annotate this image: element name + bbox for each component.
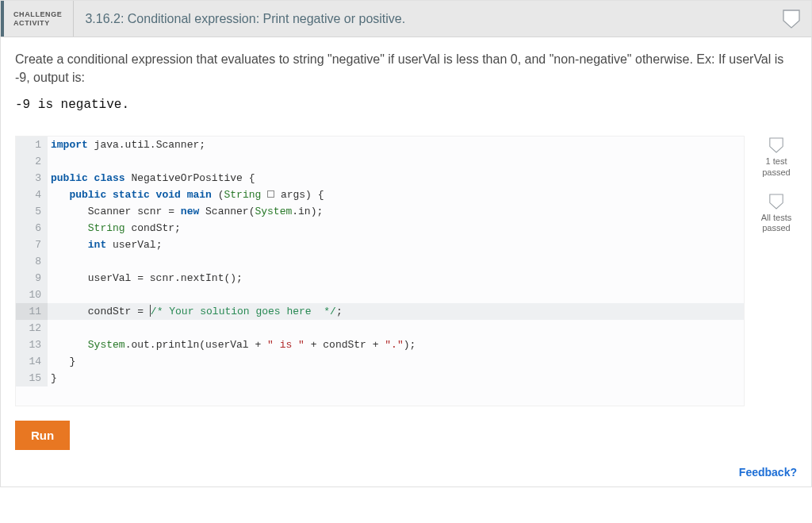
code-cell[interactable]: public class NegativeOrPositive { xyxy=(48,170,744,187)
line-number: 1 xyxy=(16,137,48,153)
code-cell[interactable]: public static void main (String args) { xyxy=(48,187,744,203)
code-line[interactable]: 13 System.out.println(userVal + " is " +… xyxy=(16,336,744,353)
challenge-title: 3.16.2: Conditional expression: Print ne… xyxy=(74,1,783,37)
code-cell[interactable]: userVal = scnr.nextInt(); xyxy=(48,270,744,286)
code-line[interactable]: 10 xyxy=(16,286,744,303)
text-cursor xyxy=(150,305,151,317)
code-cell[interactable] xyxy=(48,286,744,303)
badge-label: All tests passed xyxy=(761,213,792,233)
code-cell[interactable]: Scanner scnr = new Scanner(System.in); xyxy=(48,203,744,220)
line-number: 13 xyxy=(16,336,48,353)
badge-all-tests: All tests passed xyxy=(756,194,797,233)
line-number: 2 xyxy=(16,153,48,170)
code-cell[interactable]: String condStr; xyxy=(48,220,744,237)
code-line[interactable]: 5 Scanner scnr = new Scanner(System.in); xyxy=(16,203,744,220)
challenge-header: CHALLENGE ACTIVITY 3.16.2: Conditional e… xyxy=(1,1,811,37)
badge-one-test: 1 test passed xyxy=(756,137,797,177)
shield-icon xyxy=(783,10,800,29)
code-line[interactable]: 3public class NegativeOrPositive { xyxy=(16,170,744,187)
feedback-link[interactable]: Feedback? xyxy=(739,466,797,479)
challenge-tag: CHALLENGE ACTIVITY xyxy=(1,1,74,37)
tag-line-1: CHALLENGE xyxy=(13,10,62,18)
line-number: 12 xyxy=(16,320,48,336)
line-number: 11 xyxy=(16,303,48,320)
challenge-content: Create a conditional expression that eva… xyxy=(1,37,811,461)
code-line[interactable]: 1import java.util.Scanner; xyxy=(16,137,744,153)
code-line[interactable]: 12 xyxy=(16,320,744,336)
code-line[interactable]: 14 } xyxy=(16,353,744,370)
line-number: 7 xyxy=(16,237,48,253)
code-cell[interactable] xyxy=(48,320,744,336)
run-button[interactable]: Run xyxy=(15,421,70,450)
code-line[interactable]: 4 public static void main (String args) … xyxy=(16,187,744,203)
shield-icon xyxy=(769,137,783,153)
code-cell[interactable]: } xyxy=(48,370,744,386)
line-number: 5 xyxy=(16,203,48,220)
code-line[interactable]: 9 userVal = scnr.nextInt(); xyxy=(16,270,744,286)
code-cell[interactable]: condStr = /* Your solution goes here */; xyxy=(48,303,744,320)
code-cell[interactable]: import java.util.Scanner; xyxy=(48,137,744,153)
line-number: 9 xyxy=(16,270,48,286)
line-number: 8 xyxy=(16,253,48,270)
code-cell[interactable]: int userVal; xyxy=(48,237,744,253)
code-cell[interactable]: System.out.println(userVal + " is " + co… xyxy=(48,336,744,353)
line-number: 10 xyxy=(16,286,48,303)
editor-row: 1import java.util.Scanner;23public class… xyxy=(15,136,797,406)
code-line[interactable]: 2 xyxy=(16,153,744,170)
code-line[interactable]: 6 String condStr; xyxy=(16,220,744,237)
line-number: 14 xyxy=(16,353,48,370)
code-editor[interactable]: 1import java.util.Scanner;23public class… xyxy=(15,136,745,406)
shield-icon xyxy=(769,194,783,210)
code-line[interactable]: 11 condStr = /* Your solution goes here … xyxy=(16,303,744,320)
header-shield-icon xyxy=(783,1,811,37)
array-brackets-icon xyxy=(267,190,274,198)
feedback-row: Feedback? xyxy=(1,461,811,486)
prompt-text: Create a conditional expression that eva… xyxy=(15,50,797,87)
line-number: 3 xyxy=(16,170,48,187)
code-cell[interactable] xyxy=(48,153,744,170)
challenge-card: CHALLENGE ACTIVITY 3.16.2: Conditional e… xyxy=(0,0,812,487)
code-line[interactable]: 8 xyxy=(16,253,744,270)
code-cell[interactable] xyxy=(48,253,744,270)
line-number: 4 xyxy=(16,187,48,203)
code-line[interactable]: 7 int userVal; xyxy=(16,237,744,253)
code-line[interactable]: 15} xyxy=(16,370,744,386)
line-number: 15 xyxy=(16,370,48,386)
line-number: 6 xyxy=(16,220,48,237)
example-output: -9 is negative. xyxy=(15,98,797,112)
code-cell[interactable]: } xyxy=(48,353,744,370)
badge-label: 1 test passed xyxy=(762,156,790,177)
tag-line-2: ACTIVITY xyxy=(13,19,62,27)
test-badges: 1 test passed All tests passed xyxy=(756,136,797,233)
